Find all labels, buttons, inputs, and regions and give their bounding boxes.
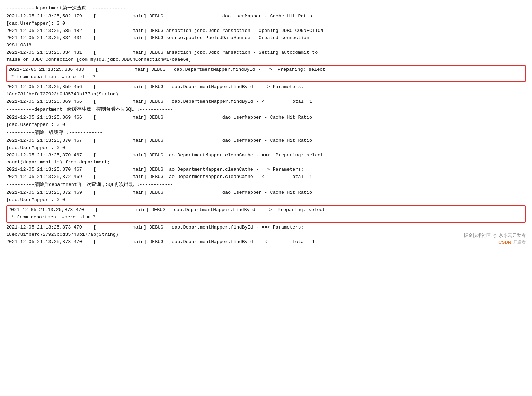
log-line-l7: false on JDBC Connection [com.mysql.jdbc… (6, 56, 526, 63)
log-line-sep1: ----------department第一次查询 ↓------------ (6, 5, 526, 12)
log-line-l5: 398110318. (6, 42, 526, 49)
log-line-l16: count(department.id) from department; (6, 159, 526, 166)
log-container: ----------department第一次查询 ↓------------ … (0, 0, 532, 250)
log-line-l21: 2021-12-05 21:13:25,873 470 [ main] DEBU… (6, 224, 526, 231)
log-line-hl2-1: 2021-12-05 21:13:25,873 470 [ main] DEBU… (8, 207, 524, 214)
log-line-sep3: ----------清除一级缓存 ↓------------ (6, 129, 526, 137)
watermark: 掘金技术社区 @ 京东云开发者 CSDN 开发者 (464, 232, 526, 245)
log-line-sep4: ----------清除后department再一次查询，SQL再次出现 ↓--… (6, 181, 526, 189)
log-line-sep2: ----------department一级缓存生效，控制台看不见SQL ↓--… (6, 106, 526, 113)
log-line-l3: 2021-12-05 21:13:25,585 182 [ main] DEBU… (6, 27, 526, 35)
log-line-l23: 2021-12-05 21:13:25,873 470 [ main] DEBU… (6, 239, 526, 246)
log-line-hl1-1: 2021-12-05 21:13:25,836 433 [ main] DEBU… (8, 66, 524, 74)
log-line-l15: 2021-12-05 21:13:25,870 467 [ main] DEBU… (6, 152, 526, 159)
highlighted-block-1: 2021-12-05 21:13:25,836 433 [ main] DEBU… (6, 65, 526, 82)
log-line-l19: 2021-12-05 21:13:25,872 469 [ main] DEBU… (6, 189, 526, 197)
log-line-l4: 2021-12-05 21:13:25,834 431 [ main] DEBU… (6, 35, 526, 42)
log-line-l13: 2021-12-05 21:13:25,870 467 [ main] DEBU… (6, 137, 526, 145)
watermark-suffix: 开发者 (513, 239, 526, 245)
log-line-hl2-2: * from department where id = ? (8, 214, 524, 221)
log-line-l8: 2021-12-05 21:13:25,859 456 [ main] DEBU… (6, 84, 526, 91)
log-line-l2: [dao.UserMapper]: 0.0 (6, 20, 526, 27)
log-line-l20: [dao.UserMapper]: 0.0 (6, 197, 526, 204)
log-line-l18: 2021-12-05 21:13:25,872 469 [ main] DEBU… (6, 173, 526, 181)
log-line-l10: 2021-12-05 21:13:25,869 466 [ main] DEBU… (6, 98, 526, 105)
log-line-l1: 2021-12-05 21:13:25,582 179 [ main] DEBU… (6, 13, 526, 20)
log-line-l9: 18ec781fbefd727923b0d35740b177ab(String) (6, 91, 526, 98)
log-line-hl1-2: * from department where id = ? (8, 74, 524, 81)
watermark-csdn: CSDN (498, 240, 511, 245)
log-line-l14: [dao.UserMapper]: 0.0 (6, 145, 526, 152)
log-line-l6: 2021-12-05 21:13:25,834 431 [ main] DEBU… (6, 49, 526, 57)
highlighted-block-2: 2021-12-05 21:13:25,873 470 [ main] DEBU… (6, 205, 526, 223)
log-line-l22: 18ec781fbefd727923b0d35740b177ab(String) (6, 231, 526, 239)
log-line-l17: 2021-12-05 21:13:25,870 467 [ main] DEBU… (6, 166, 526, 173)
log-line-l12: [dao.UserMapper]: 0.0 (6, 121, 526, 129)
watermark-line1: 掘金技术社区 @ 京东云开发者 (464, 232, 526, 239)
log-line-l11: 2021-12-05 21:13:25,869 466 [ main] DEBU… (6, 114, 526, 121)
